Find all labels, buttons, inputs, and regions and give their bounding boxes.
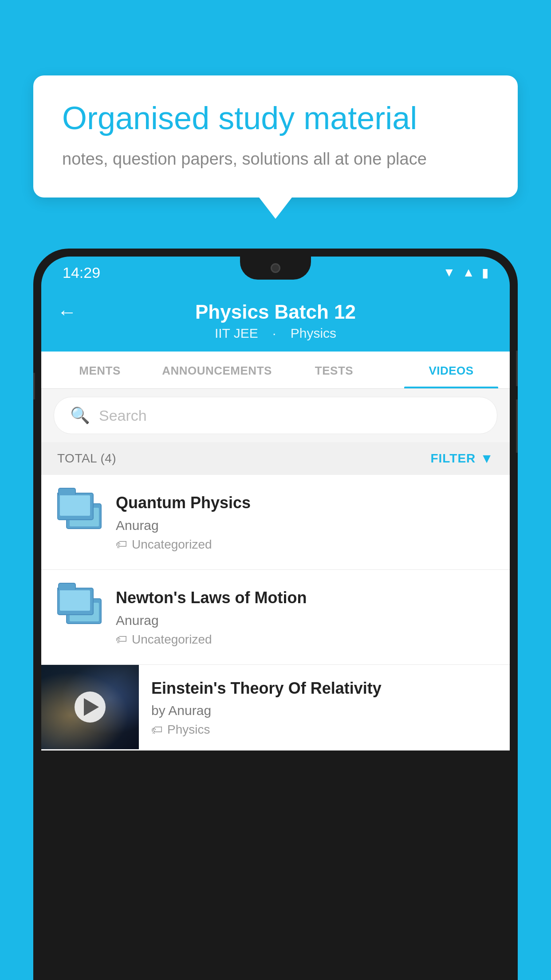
wifi-icon: ▼: [443, 265, 456, 280]
tag-icon-1: 🏷: [116, 537, 127, 551]
video-author-1: Anurag: [116, 518, 494, 533]
back-button[interactable]: ←: [57, 301, 77, 323]
status-icons: ▼ ▲ ▮: [443, 265, 488, 280]
video-title-1: Quantum Physics: [116, 493, 494, 514]
play-button[interactable]: [75, 692, 106, 723]
tag-label-3: Physics: [167, 723, 210, 737]
tab-videos[interactable]: VIDEOS: [393, 352, 510, 388]
speech-bubble: Organised study material notes, question…: [33, 75, 518, 198]
tag-label-1: Uncategorized: [132, 537, 212, 552]
notch-camera: [271, 263, 280, 273]
video-author-2: Anurag: [116, 613, 494, 628]
search-icon: 🔍: [70, 406, 90, 425]
video-title-2: Newton's Laws of Motion: [116, 588, 494, 609]
search-bar: 🔍 Search: [41, 389, 510, 442]
bubble-subtitle: notes, question papers, solutions all at…: [62, 147, 489, 171]
filter-button[interactable]: FILTER ▼: [430, 451, 494, 466]
video-tag-1: 🏷 Uncategorized: [116, 537, 494, 552]
einstein-info: Einstein's Theory Of Relativity by Anura…: [139, 665, 510, 751]
phone-frame: 14:29 ▼ ▲ ▮ ← Physics Batch 12 IIT JEE ·…: [33, 249, 518, 980]
battery-icon: ▮: [482, 265, 488, 280]
phone-inner: 14:29 ▼ ▲ ▮ ← Physics Batch 12 IIT JEE ·…: [41, 257, 510, 980]
side-btn-left: [33, 373, 35, 399]
video-info-2: Newton's Laws of Motion Anurag 🏷 Uncateg…: [116, 588, 494, 647]
video-thumb-2: [57, 588, 102, 628]
filter-icon: ▼: [480, 451, 494, 466]
tab-bar: MENTS ANNOUNCEMENTS TESTS VIDEOS: [41, 352, 510, 389]
search-input[interactable]: 🔍 Search: [54, 397, 497, 434]
video-tag-2: 🏷 Uncategorized: [116, 632, 494, 647]
header-title: Physics Batch 12: [195, 301, 356, 323]
search-placeholder: Search: [99, 407, 147, 424]
notch: [240, 257, 311, 280]
tab-tests[interactable]: TESTS: [276, 352, 393, 388]
filter-label: FILTER: [430, 451, 476, 466]
header-subtitle-part2: Physics: [291, 326, 336, 340]
side-btn-right-2: [516, 399, 518, 453]
list-item[interactable]: Quantum Physics Anurag 🏷 Uncategorized: [41, 475, 510, 570]
filter-bar: TOTAL (4) FILTER ▼: [41, 442, 510, 475]
bubble-title: Organised study material: [62, 100, 489, 137]
play-triangle: [84, 698, 99, 716]
header-subtitle-part1: IIT JEE: [215, 326, 258, 340]
tag-icon-2: 🏷: [116, 632, 127, 646]
list-item[interactable]: Einstein's Theory Of Relativity by Anura…: [41, 665, 510, 751]
tag-label-2: Uncategorized: [132, 632, 212, 647]
status-time: 14:29: [63, 264, 100, 281]
tag-icon-3: 🏷: [151, 723, 163, 737]
einstein-author: by Anurag: [151, 703, 497, 718]
einstein-title: Einstein's Theory Of Relativity: [151, 678, 497, 699]
total-label: TOTAL (4): [57, 451, 116, 466]
header-subtitle-separator: ·: [272, 326, 276, 340]
list-item[interactable]: Newton's Laws of Motion Anurag 🏷 Uncateg…: [41, 570, 510, 665]
einstein-tag: 🏷 Physics: [151, 723, 497, 737]
side-btn-right-1: [516, 351, 518, 386]
tab-announcements[interactable]: ANNOUNCEMENTS: [158, 352, 276, 388]
header-subtitle: IIT JEE · Physics: [209, 326, 342, 341]
video-list: Quantum Physics Anurag 🏷 Uncategorized: [41, 475, 510, 751]
video-info-1: Quantum Physics Anurag 🏷 Uncategorized: [116, 493, 494, 552]
status-bar: 14:29 ▼ ▲ ▮: [41, 257, 510, 288]
app-header: ← Physics Batch 12 IIT JEE · Physics: [41, 288, 510, 352]
folder-icon-2: [57, 588, 102, 628]
signal-icon: ▲: [462, 265, 475, 280]
einstein-thumbnail: [41, 665, 139, 749]
tab-ments[interactable]: MENTS: [41, 352, 158, 388]
folder-icon-1: [57, 493, 102, 533]
video-thumb-1: [57, 493, 102, 533]
